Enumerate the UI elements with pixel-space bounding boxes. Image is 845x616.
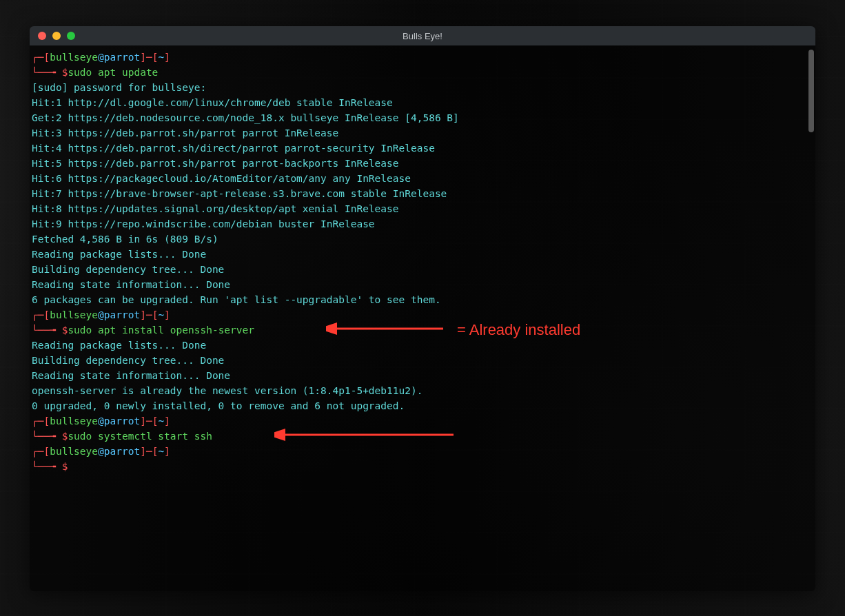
close-icon[interactable]	[38, 32, 46, 40]
minimize-icon[interactable]	[52, 32, 61, 40]
terminal-output[interactable]: ┌─[bullseye@parrot]─[~] └──╼ $sudo apt u…	[32, 50, 813, 474]
titlebar[interactable]: Bulls Eye!	[30, 26, 815, 45]
terminal-body[interactable]: ┌─[bullseye@parrot]─[~] └──╼ $sudo apt u…	[30, 45, 815, 591]
window-title: Bulls Eye!	[30, 31, 815, 41]
terminal-window: Bulls Eye! ┌─[bullseye@parrot]─[~] └──╼ …	[30, 26, 815, 591]
maximize-icon[interactable]	[67, 32, 75, 40]
scrollbar[interactable]	[808, 50, 814, 132]
traffic-lights	[30, 32, 75, 40]
annotation-text: = Already installed	[457, 321, 580, 339]
